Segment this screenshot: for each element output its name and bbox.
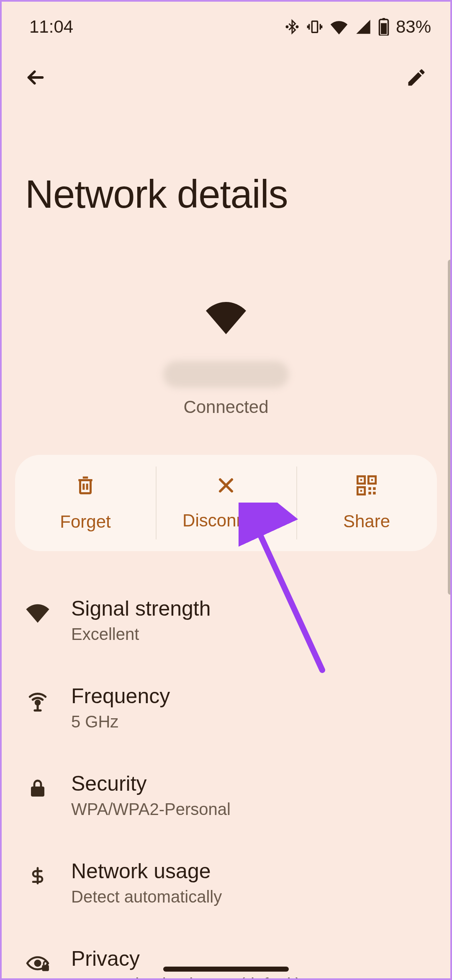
svg-rect-11 [371,479,373,481]
svg-rect-18 [31,787,44,797]
disconnect-button[interactable]: Disconnect [156,455,296,551]
back-button[interactable] [21,63,50,92]
bluetooth-icon [285,18,300,35]
details-list: Signal strength Excellent Frequency 5 GH… [0,576,452,980]
forget-button[interactable]: Forget [15,455,156,551]
svg-rect-13 [368,487,371,490]
svg-rect-6 [80,480,91,493]
signal-icon [355,18,372,35]
row-frequency[interactable]: Frequency 5 GHz [25,664,427,751]
row-value: Use randomised MAC (default) [71,975,301,980]
row-privacy[interactable]: Privacy Use randomised MAC (default) [25,926,427,980]
row-title: Security [71,771,231,796]
trash-icon [75,474,96,501]
antenna-icon [25,688,50,713]
wifi-icon [330,18,348,35]
row-signal-strength[interactable]: Signal strength Excellent [25,576,427,664]
eye-lock-icon [25,951,50,976]
row-title: Signal strength [71,596,211,621]
lock-icon [25,776,50,801]
wifi-small-icon [25,601,50,626]
qr-icon [356,475,378,500]
network-hero: Connected [0,301,452,417]
disconnect-label: Disconnect [182,511,270,531]
svg-rect-10 [360,479,362,481]
row-security[interactable]: Security WPA/WPA2-Personal [25,751,427,839]
svg-rect-2 [312,21,317,33]
gesture-bar [163,967,289,972]
forget-label: Forget [60,512,110,532]
ssid-redacted [163,361,289,388]
vibrate-icon [306,18,323,35]
battery-pct: 83% [396,17,431,37]
svg-rect-15 [368,492,371,495]
svg-rect-5 [381,23,387,34]
svg-rect-20 [42,965,49,971]
svg-rect-14 [373,487,376,490]
close-icon [216,475,236,500]
wifi-hero-icon [205,301,247,336]
battery-icon [378,18,389,36]
connection-status: Connected [183,397,268,417]
toolbar [0,42,452,92]
dollar-icon [25,863,50,888]
svg-rect-16 [373,492,376,495]
svg-rect-12 [360,490,362,492]
row-value: 5 GHz [71,712,170,731]
status-time: 11:04 [29,17,73,37]
status-right: 83% [285,17,431,37]
row-network-usage[interactable]: Network usage Detect automatically [25,839,427,926]
row-value: Detect automatically [71,887,222,906]
page-title: Network details [0,92,452,217]
share-label: Share [343,511,390,531]
svg-point-19 [35,961,40,966]
share-button[interactable]: Share [296,455,437,551]
svg-point-0 [286,26,288,28]
svg-rect-4 [382,18,385,20]
edit-button[interactable] [402,63,431,92]
row-value: WPA/WPA2-Personal [71,800,231,819]
row-title: Frequency [71,684,170,708]
scroll-indicator [448,260,452,595]
row-value: Excellent [71,625,211,644]
row-title: Network usage [71,859,222,883]
svg-point-1 [296,26,298,28]
status-bar: 11:04 [0,0,452,42]
action-bar: Forget Disconnect Share [15,455,437,551]
